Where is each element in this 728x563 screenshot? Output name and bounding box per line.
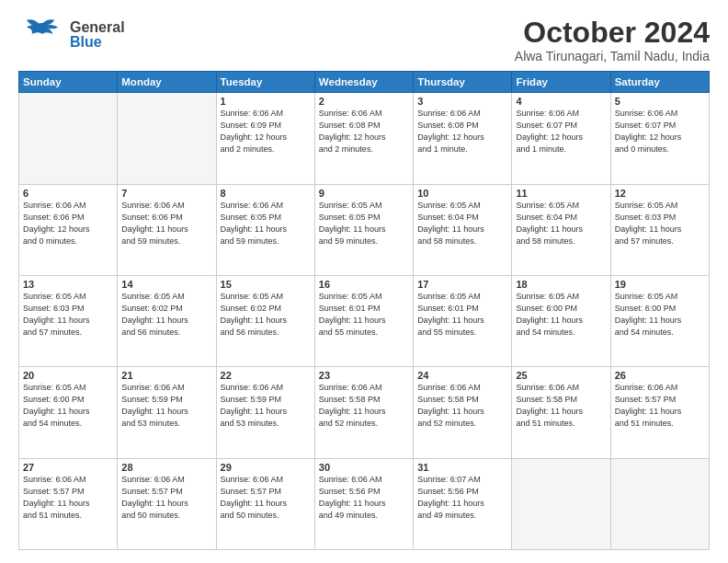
calendar-cell: 14Sunrise: 6:05 AM Sunset: 6:02 PM Dayli… — [118, 275, 216, 366]
calendar-cell: 9Sunrise: 6:05 AM Sunset: 6:05 PM Daylig… — [314, 184, 413, 275]
calendar-header-row: Sunday Monday Tuesday Wednesday Thursday… — [19, 72, 710, 93]
calendar-cell: 13Sunrise: 6:05 AM Sunset: 6:03 PM Dayli… — [19, 275, 118, 366]
day-info: Sunrise: 6:05 AM Sunset: 6:00 PM Dayligh… — [615, 291, 705, 339]
day-number: 20 — [23, 370, 113, 381]
day-info: Sunrise: 6:06 AM Sunset: 6:07 PM Dayligh… — [516, 108, 606, 155]
day-info: Sunrise: 6:05 AM Sunset: 6:00 PM Dayligh… — [23, 382, 113, 430]
logo-blue: Blue — [70, 35, 125, 50]
day-number: 19 — [615, 279, 705, 290]
calendar-cell — [610, 458, 709, 549]
day-info: Sunrise: 6:06 AM Sunset: 5:57 PM Dayligh… — [121, 474, 211, 522]
day-number: 27 — [23, 462, 113, 473]
calendar-cell: 12Sunrise: 6:05 AM Sunset: 6:03 PM Dayli… — [610, 184, 709, 275]
calendar-cell: 3Sunrise: 6:06 AM Sunset: 6:08 PM Daylig… — [414, 93, 512, 184]
calendar-cell: 25Sunrise: 6:06 AM Sunset: 5:58 PM Dayli… — [512, 367, 610, 458]
calendar-cell — [512, 458, 610, 549]
col-tuesday: Tuesday — [216, 72, 314, 93]
month-title: October 2024 — [515, 17, 710, 49]
calendar-cell — [118, 93, 216, 184]
calendar-cell: 1Sunrise: 6:06 AM Sunset: 6:09 PM Daylig… — [216, 93, 314, 184]
day-info: Sunrise: 6:06 AM Sunset: 5:59 PM Dayligh… — [221, 382, 311, 430]
day-number: 17 — [417, 279, 507, 290]
day-number: 16 — [319, 279, 409, 290]
day-info: Sunrise: 6:05 AM Sunset: 6:04 PM Dayligh… — [516, 200, 606, 247]
day-info: Sunrise: 6:06 AM Sunset: 6:06 PM Dayligh… — [121, 200, 211, 247]
calendar-cell: 26Sunrise: 6:06 AM Sunset: 5:57 PM Dayli… — [610, 367, 709, 458]
calendar-cell: 18Sunrise: 6:05 AM Sunset: 6:00 PM Dayli… — [512, 275, 610, 366]
logo-text: General Blue — [70, 20, 125, 50]
day-number: 6 — [23, 188, 113, 199]
day-number: 25 — [516, 370, 606, 381]
day-info: Sunrise: 6:06 AM Sunset: 5:57 PM Dayligh… — [221, 474, 311, 522]
calendar-cell: 30Sunrise: 6:06 AM Sunset: 5:56 PM Dayli… — [314, 458, 413, 549]
day-number: 8 — [221, 188, 311, 199]
day-number: 29 — [221, 462, 311, 473]
calendar-week-row: 1Sunrise: 6:06 AM Sunset: 6:09 PM Daylig… — [19, 93, 710, 184]
title-block: October 2024 Alwa Tirunagari, Tamil Nadu… — [515, 17, 710, 63]
calendar-cell: 31Sunrise: 6:07 AM Sunset: 5:56 PM Dayli… — [414, 458, 512, 549]
calendar-cell: 7Sunrise: 6:06 AM Sunset: 6:06 PM Daylig… — [118, 184, 216, 275]
day-info: Sunrise: 6:06 AM Sunset: 5:57 PM Dayligh… — [615, 382, 705, 430]
calendar-cell: 17Sunrise: 6:05 AM Sunset: 6:01 PM Dayli… — [414, 275, 512, 366]
calendar-week-row: 27Sunrise: 6:06 AM Sunset: 5:57 PM Dayli… — [19, 458, 710, 549]
calendar-cell: 21Sunrise: 6:06 AM Sunset: 5:59 PM Dayli… — [118, 367, 216, 458]
day-info: Sunrise: 6:05 AM Sunset: 6:01 PM Dayligh… — [319, 291, 409, 339]
header: General Blue October 2024 Alwa Tirunagar… — [18, 17, 710, 63]
day-info: Sunrise: 6:06 AM Sunset: 5:57 PM Dayligh… — [23, 474, 113, 522]
calendar-cell — [19, 93, 118, 184]
calendar-cell: 2Sunrise: 6:06 AM Sunset: 6:08 PM Daylig… — [314, 93, 413, 184]
day-number: 22 — [221, 370, 311, 381]
day-number: 23 — [319, 370, 409, 381]
calendar-cell: 10Sunrise: 6:05 AM Sunset: 6:04 PM Dayli… — [414, 184, 512, 275]
calendar-cell: 29Sunrise: 6:06 AM Sunset: 5:57 PM Dayli… — [216, 458, 314, 549]
calendar-cell: 27Sunrise: 6:06 AM Sunset: 5:57 PM Dayli… — [19, 458, 118, 549]
calendar-cell: 19Sunrise: 6:05 AM Sunset: 6:00 PM Dayli… — [610, 275, 709, 366]
page: General Blue October 2024 Alwa Tirunagar… — [0, 0, 728, 563]
location: Alwa Tirunagari, Tamil Nadu, India — [515, 49, 710, 63]
logo-icon — [18, 17, 66, 53]
col-saturday: Saturday — [610, 72, 709, 93]
logo: General Blue — [18, 17, 125, 53]
calendar-cell: 22Sunrise: 6:06 AM Sunset: 5:59 PM Dayli… — [216, 367, 314, 458]
calendar-cell: 28Sunrise: 6:06 AM Sunset: 5:57 PM Dayli… — [118, 458, 216, 549]
calendar-week-row: 13Sunrise: 6:05 AM Sunset: 6:03 PM Dayli… — [19, 275, 710, 366]
day-info: Sunrise: 6:05 AM Sunset: 6:05 PM Dayligh… — [319, 200, 409, 247]
col-monday: Monday — [118, 72, 216, 93]
day-info: Sunrise: 6:07 AM Sunset: 5:56 PM Dayligh… — [417, 474, 507, 522]
calendar-body: 1Sunrise: 6:06 AM Sunset: 6:09 PM Daylig… — [19, 93, 710, 550]
calendar-cell: 15Sunrise: 6:05 AM Sunset: 6:02 PM Dayli… — [216, 275, 314, 366]
calendar-cell: 24Sunrise: 6:06 AM Sunset: 5:58 PM Dayli… — [414, 367, 512, 458]
day-number: 5 — [615, 96, 705, 107]
day-info: Sunrise: 6:06 AM Sunset: 6:07 PM Dayligh… — [615, 108, 705, 155]
day-info: Sunrise: 6:05 AM Sunset: 6:01 PM Dayligh… — [417, 291, 507, 339]
day-number: 31 — [417, 462, 507, 473]
day-number: 11 — [516, 188, 606, 199]
day-info: Sunrise: 6:06 AM Sunset: 5:58 PM Dayligh… — [417, 382, 507, 430]
day-number: 15 — [221, 279, 311, 290]
day-info: Sunrise: 6:05 AM Sunset: 6:02 PM Dayligh… — [121, 291, 211, 339]
day-number: 14 — [121, 279, 211, 290]
day-number: 7 — [121, 188, 211, 199]
day-number: 2 — [319, 96, 409, 107]
day-info: Sunrise: 6:06 AM Sunset: 6:05 PM Dayligh… — [221, 200, 311, 247]
day-info: Sunrise: 6:06 AM Sunset: 6:06 PM Dayligh… — [23, 200, 113, 247]
day-number: 4 — [516, 96, 606, 107]
col-sunday: Sunday — [19, 72, 118, 93]
calendar-week-row: 6Sunrise: 6:06 AM Sunset: 6:06 PM Daylig… — [19, 184, 710, 275]
day-number: 12 — [615, 188, 705, 199]
day-info: Sunrise: 6:05 AM Sunset: 6:00 PM Dayligh… — [516, 291, 606, 339]
calendar-table: Sunday Monday Tuesday Wednesday Thursday… — [18, 71, 710, 550]
day-number: 24 — [417, 370, 507, 381]
day-info: Sunrise: 6:06 AM Sunset: 5:58 PM Dayligh… — [516, 382, 606, 430]
day-number: 10 — [417, 188, 507, 199]
calendar-cell: 11Sunrise: 6:05 AM Sunset: 6:04 PM Dayli… — [512, 184, 610, 275]
day-number: 9 — [319, 188, 409, 199]
calendar-cell: 4Sunrise: 6:06 AM Sunset: 6:07 PM Daylig… — [512, 93, 610, 184]
calendar-cell: 16Sunrise: 6:05 AM Sunset: 6:01 PM Dayli… — [314, 275, 413, 366]
day-info: Sunrise: 6:06 AM Sunset: 5:58 PM Dayligh… — [319, 382, 409, 430]
day-info: Sunrise: 6:06 AM Sunset: 5:56 PM Dayligh… — [319, 474, 409, 522]
day-number: 18 — [516, 279, 606, 290]
day-number: 13 — [23, 279, 113, 290]
day-number: 28 — [121, 462, 211, 473]
col-friday: Friday — [512, 72, 610, 93]
